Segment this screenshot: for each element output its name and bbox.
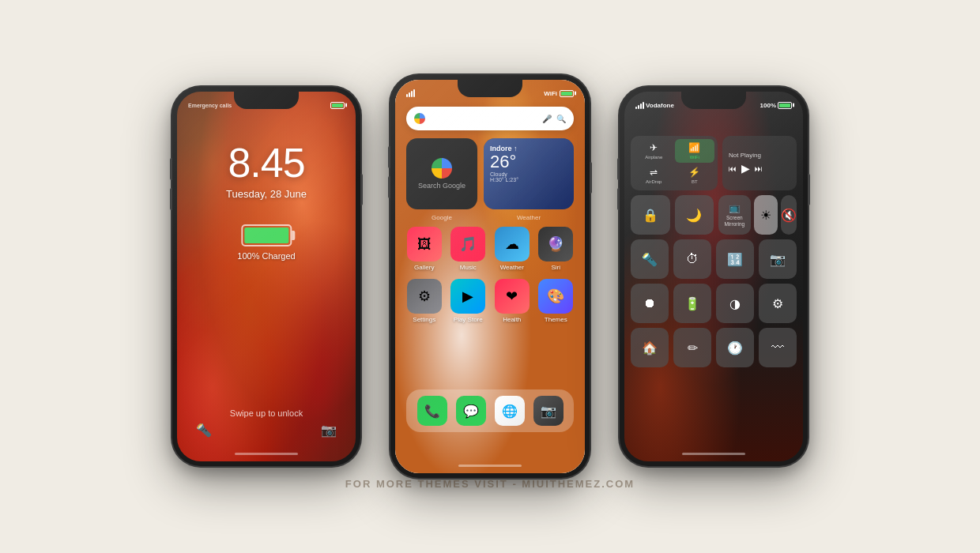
cc-bar4: [643, 102, 644, 109]
signal-bar-2: [409, 92, 410, 97]
apps-grid: 🖼 Gallery 🎵 Music ☁: [406, 227, 574, 323]
dock-chrome[interactable]: 🌐: [495, 396, 525, 426]
battery-cc-icon: 🔋: [684, 296, 700, 311]
app-gallery[interactable]: 🖼 Gallery: [406, 227, 443, 271]
sun-icon: ☀: [760, 208, 771, 223]
app-themes[interactable]: 🎨 Themes: [538, 279, 575, 323]
dock-messages[interactable]: 💬: [456, 396, 486, 426]
vol-up-home[interactable]: [388, 146, 390, 168]
edit-cc-btn[interactable]: ✏: [673, 328, 711, 367]
power-button[interactable]: [360, 174, 363, 205]
brightness-slider[interactable]: ☀: [754, 195, 778, 235]
power-home[interactable]: [590, 162, 592, 194]
home-bar-home[interactable]: [458, 465, 522, 467]
airplane-mode-btn[interactable]: ✈ Airplane: [634, 139, 674, 163]
lens-icon[interactable]: 🔍: [556, 115, 566, 123]
google-logo-icon: [414, 113, 425, 124]
playstore-label: Play Store: [454, 316, 483, 323]
app-dock: 📞 💬 🌐 📷: [406, 389, 574, 432]
notch-home: [458, 80, 522, 97]
contrast-btn[interactable]: ◑: [716, 284, 754, 323]
home-bar-cc[interactable]: [682, 453, 745, 455]
bluetooth-icon: ⚡: [688, 167, 700, 178]
vol-down-cc[interactable]: [617, 188, 620, 210]
google-widget[interactable]: Search Google: [406, 138, 477, 209]
mute-btn[interactable]: 🔇: [781, 195, 797, 235]
signal-bar-1: [406, 94, 408, 97]
weather-app-label: Weather: [500, 264, 524, 271]
clock-cc-icon: 🕐: [727, 340, 743, 356]
gallery-icon: 🖼: [407, 227, 442, 261]
app-siri[interactable]: 🔮 Siri: [538, 227, 575, 271]
media-play-btn[interactable]: ▶: [741, 162, 750, 175]
edit-cc-icon: ✏: [688, 340, 698, 356]
calculator-icon: 🔢: [727, 252, 743, 267]
power-cc[interactable]: [808, 174, 810, 205]
vol-up-button[interactable]: [170, 158, 172, 180]
watermark: FOR MORE THEMES VISIT - MIUITHEMEZ.COM: [345, 478, 635, 490]
vol-down-home[interactable]: [388, 176, 390, 198]
media-next-btn[interactable]: ⏭: [755, 164, 763, 173]
health-label: Health: [503, 316, 521, 323]
signal-bars: [406, 89, 415, 97]
lock-time: 8.45: [177, 139, 356, 186]
battery-icon-lock: [330, 102, 345, 109]
torch-icon[interactable]: 🔦: [196, 423, 212, 438]
app-health[interactable]: ❤ Health: [494, 279, 530, 323]
mic-icon[interactable]: 🎤: [542, 115, 552, 123]
home-bar-lock[interactable]: [235, 453, 298, 455]
music-label: Music: [460, 264, 477, 271]
swipe-to-unlock-text[interactable]: Swipe up to unlock: [177, 408, 356, 418]
dock-phone[interactable]: 📞: [417, 396, 447, 426]
record-btn[interactable]: ⏺: [631, 284, 669, 323]
rotation-icon: 🔒: [643, 208, 658, 223]
contrast-icon: ◑: [729, 296, 741, 311]
settings-cc-btn[interactable]: ⚙: [759, 284, 797, 323]
dock-camera[interactable]: 📷: [533, 396, 564, 426]
notch-cc: [681, 92, 746, 109]
cc-carrier: Vodafone: [646, 102, 674, 109]
battery-fill-home: [561, 92, 572, 96]
timer-btn[interactable]: ⏱: [673, 239, 711, 279]
app-music[interactable]: 🎵 Music: [450, 227, 487, 271]
clock-cc-btn[interactable]: 🕐: [716, 328, 754, 367]
cc-signal: [635, 102, 644, 109]
messages-icon: 💬: [456, 396, 486, 426]
wave-cc-btn[interactable]: 〰: [759, 328, 797, 367]
camera-icon-lock[interactable]: 📷: [321, 423, 337, 438]
wave-cc-icon: 〰: [771, 340, 784, 355]
screen-mirror-btn[interactable]: 📺 Screen Mirroring: [718, 195, 751, 235]
home-cc-btn[interactable]: 🏠: [631, 328, 669, 367]
dnd-btn[interactable]: 🌙: [675, 195, 714, 235]
bluetooth-btn[interactable]: ⚡ BT: [675, 164, 715, 187]
calculator-btn[interactable]: 🔢: [716, 239, 754, 279]
media-player: Not Playing ⏮ ▶ ⏭: [722, 136, 797, 190]
app-weather[interactable]: ☁ Weather: [494, 227, 530, 271]
vol-up-cc[interactable]: [617, 158, 620, 180]
weather-widget-label: Weather: [484, 214, 574, 221]
airdrop-btn[interactable]: ⇌ AirDrop: [634, 164, 674, 187]
battery-cc-btn[interactable]: 🔋: [673, 284, 711, 323]
cc-bar1: [635, 107, 637, 109]
vol-down-button[interactable]: [170, 188, 172, 210]
app-playstore[interactable]: ▶ Play Store: [450, 279, 487, 323]
themes-label: Themes: [545, 316, 567, 323]
rotation-lock-btn[interactable]: 🔒: [631, 195, 670, 235]
weather-widget[interactable]: Indore ↑ 26° Cloudy H:30° L:23°: [484, 138, 574, 209]
wifi-status-home: WiFi: [544, 90, 557, 97]
wifi-label: WiFi: [690, 155, 699, 160]
flashlight-btn[interactable]: 🔦: [631, 239, 669, 279]
cc-bar3: [640, 103, 642, 109]
siri-label: Siri: [551, 264, 560, 271]
app-settings[interactable]: ⚙ Settings: [406, 279, 443, 323]
google-search-bar[interactable]: 🎤 🔍: [406, 107, 574, 130]
phone-lockscreen: Emergency calls 8.45 Tuesday, 28 June: [172, 87, 360, 466]
camera-cc-btn[interactable]: 📷: [759, 239, 797, 279]
battery-charged-text: 100% Charged: [237, 251, 295, 261]
settings-cc-icon: ⚙: [772, 296, 783, 311]
camera-cc-icon: 📷: [770, 252, 786, 267]
google-widget-label: Google: [406, 214, 477, 221]
wifi-btn[interactable]: 📶 WiFi: [675, 139, 715, 163]
media-prev-btn[interactable]: ⏮: [729, 164, 737, 173]
cc-battery-icon: [778, 102, 792, 109]
